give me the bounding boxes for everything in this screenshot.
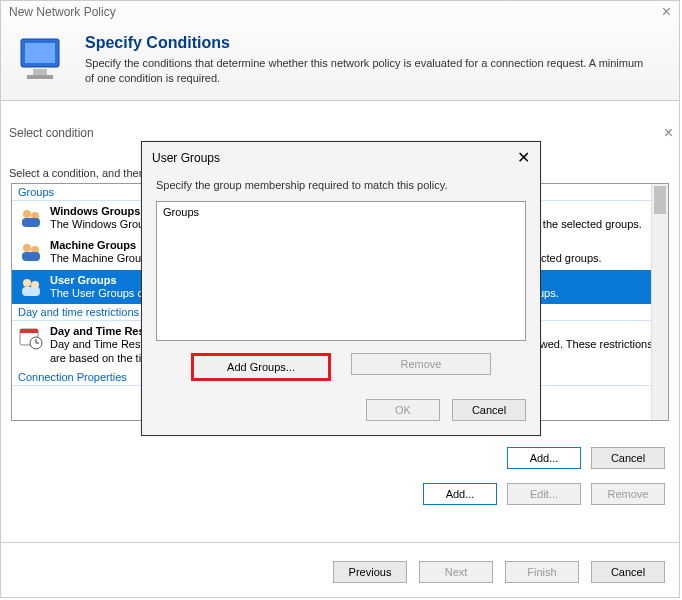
scrollbar[interactable] (651, 184, 668, 420)
people-icon (18, 239, 44, 265)
remove-button: Remove (351, 353, 491, 375)
svg-rect-9 (22, 252, 40, 261)
page-title: Specify Conditions (85, 34, 645, 52)
user-groups-dialog: User Groups ✕ Specify the group membersh… (141, 141, 541, 436)
svg-rect-1 (25, 43, 55, 63)
svg-rect-12 (22, 287, 40, 296)
dialog-instruction: Specify the group membership required to… (156, 179, 526, 191)
people-icon (18, 274, 44, 300)
svg-rect-2 (33, 69, 47, 75)
page-description: Specify the conditions that determine wh… (85, 56, 645, 85)
finish-button: Finish (505, 561, 579, 583)
select-condition-add-button[interactable]: Add... (507, 447, 581, 469)
ok-button: OK (366, 399, 440, 421)
add-groups-button[interactable]: Add Groups... (191, 353, 331, 381)
wizard-header: New Network Policy × Specify Conditions … (1, 1, 679, 101)
select-condition-title: Select condition (9, 126, 94, 142)
select-condition-cancel-button[interactable]: Cancel (591, 447, 665, 469)
wizard-window: New Network Policy × Specify Conditions … (0, 0, 680, 598)
previous-button[interactable]: Previous (333, 561, 407, 583)
monitor-icon (15, 33, 69, 87)
window-title: New Network Policy (9, 5, 116, 19)
close-icon[interactable]: × (662, 4, 671, 20)
svg-point-7 (23, 244, 31, 252)
people-icon (18, 205, 44, 231)
dialog-title: User Groups (152, 151, 220, 165)
close-icon[interactable]: ✕ (517, 148, 530, 167)
close-icon[interactable]: × (664, 126, 673, 142)
calendar-clock-icon (18, 325, 44, 351)
cancel-button[interactable]: Cancel (591, 561, 665, 583)
wizard-edit-button: Edit... (507, 483, 581, 505)
svg-point-10 (23, 279, 31, 287)
separator (1, 542, 679, 543)
wizard-remove-button: Remove (591, 483, 665, 505)
list-header: Groups (163, 206, 199, 218)
groups-listbox[interactable]: Groups (156, 201, 526, 341)
svg-point-4 (23, 210, 31, 218)
svg-rect-3 (27, 75, 53, 79)
next-button: Next (419, 561, 493, 583)
svg-rect-14 (20, 329, 38, 333)
wizard-add-button[interactable]: Add... (423, 483, 497, 505)
svg-rect-6 (22, 218, 40, 227)
dialog-cancel-button[interactable]: Cancel (452, 399, 526, 421)
